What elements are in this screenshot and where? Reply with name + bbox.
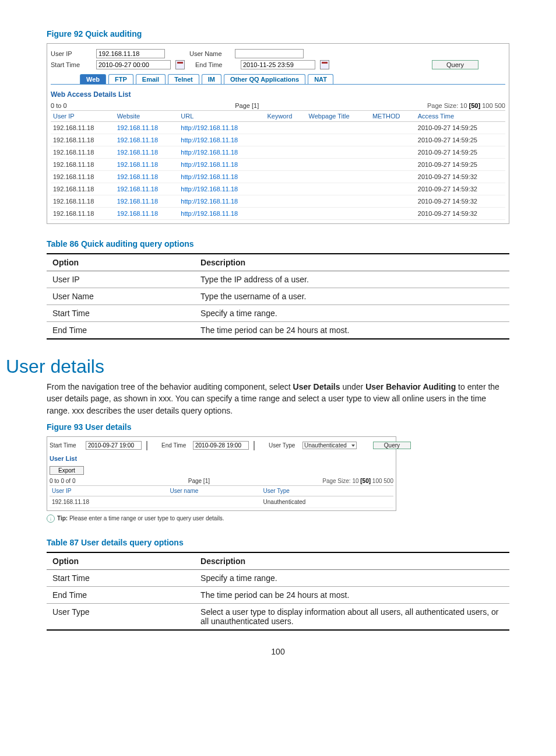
calendar-icon[interactable] <box>175 60 185 69</box>
table-cell <box>265 183 306 195</box>
page-size-option[interactable]: [50] <box>359 478 371 484</box>
table-cell: 192.168.11.18 <box>51 159 115 171</box>
table-cell: http://192.168.11.18 <box>178 159 265 171</box>
end-time-input-93[interactable] <box>193 441 249 450</box>
table-row: 192.168.11.18Unauthenticated <box>50 496 393 508</box>
table-87-header-option: Option <box>47 552 195 570</box>
option-cell: End Time <box>47 586 195 603</box>
desc-cell: Specify a time range. <box>195 569 509 586</box>
table-cell: 2010-09-27 14:59:25 <box>416 134 505 146</box>
table-cell: 192.168.11.18 <box>115 159 179 171</box>
tab-email[interactable]: Email <box>136 74 166 84</box>
tabs-row: WebFTPEmailTelnetIMOther QQ Applications… <box>51 74 505 85</box>
table-cell <box>307 171 370 183</box>
table-cell <box>265 134 306 146</box>
page-size-option[interactable]: 500 <box>382 478 393 484</box>
table-cell <box>265 208 306 220</box>
table-cell <box>307 146 370 159</box>
table-cell: 2010-09-27 14:59:25 <box>416 146 505 159</box>
table-row: 192.168.11.18192.168.11.18http://192.168… <box>51 208 505 220</box>
table-87-caption: Table 87 User details query options <box>47 538 509 547</box>
calendar-icon[interactable] <box>254 441 255 450</box>
table-86: Option Description User IPType the IP ad… <box>47 253 509 340</box>
figure-92-caption: Figure 92 Quick auditing <box>47 29 509 38</box>
end-time-input[interactable] <box>241 60 315 69</box>
table-cell: http://192.168.11.18 <box>178 122 265 134</box>
page-text-93: Page [1] <box>188 478 210 484</box>
page-size-option[interactable]: [50] <box>467 102 481 109</box>
desc-cell: The time period can be 24 hours at most. <box>195 322 509 340</box>
table-cell: 2010-09-27 14:59:32 <box>416 171 505 183</box>
page-size-option[interactable]: 10 <box>352 478 358 484</box>
web-access-table: User IPWebsiteURLKeywordWebpage TitleMET… <box>51 111 505 220</box>
table-cell: 192.168.11.18 <box>51 122 115 134</box>
table-cell: 192.168.11.18 <box>51 146 115 159</box>
start-time-input[interactable] <box>96 60 171 69</box>
table-cell: http://192.168.11.18 <box>178 171 265 183</box>
table-cell <box>167 496 261 508</box>
table-cell: 2010-09-27 14:59:32 <box>416 195 505 208</box>
table-cell: 192.168.11.18 <box>115 195 179 208</box>
table-cell: 192.168.11.18 <box>115 171 179 183</box>
user-type-select[interactable]: Unauthenticated <box>302 442 357 449</box>
option-cell: User Type <box>47 603 195 630</box>
table-cell <box>370 159 416 171</box>
page-number: 100 <box>47 647 509 656</box>
user-details-heading: User details <box>6 356 509 377</box>
page-size-option[interactable]: 100 <box>480 102 492 109</box>
table-row: 192.168.11.18192.168.11.18http://192.168… <box>51 171 505 183</box>
start-time-input-93[interactable] <box>86 441 142 450</box>
table-cell <box>265 159 306 171</box>
para-text: under <box>340 382 366 391</box>
calendar-icon[interactable] <box>320 60 329 69</box>
query-button-93[interactable]: Query <box>373 442 411 449</box>
table-row: 192.168.11.18192.168.11.18http://192.168… <box>51 183 505 195</box>
table-row: Start TimeSpecify a time range. <box>47 569 509 586</box>
tab-ftp[interactable]: FTP <box>108 74 133 84</box>
table-cell: http://192.168.11.18 <box>178 146 265 159</box>
query-button[interactable]: Query <box>432 60 478 69</box>
tip-text: Please enter a time range or user type t… <box>68 515 224 522</box>
user-type-value: Unauthenticated <box>304 442 347 449</box>
page-size-label: Page Size: <box>427 102 458 109</box>
user-ip-input[interactable] <box>96 49 165 58</box>
table-row: User NameType the username of a user. <box>47 288 509 305</box>
option-cell: Start Time <box>47 569 195 586</box>
table-cell <box>307 183 370 195</box>
para-text: From the navigation tree of the behavior… <box>47 382 293 391</box>
table-cell <box>370 146 416 159</box>
para-bold: User Behavior Auditing <box>365 382 456 391</box>
page-size-option[interactable]: 100 <box>371 478 382 484</box>
table-row: User IPType the IP address of a user. <box>47 271 509 288</box>
export-button[interactable]: Export <box>50 466 84 475</box>
tab-telnet[interactable]: Telnet <box>168 74 199 84</box>
table-cell <box>307 134 370 146</box>
table-cell: 2010-09-27 14:59:25 <box>416 159 505 171</box>
table-cell <box>370 183 416 195</box>
user-name-input[interactable] <box>235 49 304 58</box>
page-size-block-93: Page Size: 10 [50] 100 500 <box>322 478 393 484</box>
option-cell: Start Time <box>47 305 195 322</box>
table-cell: Unauthenticated <box>261 496 393 508</box>
table-cell: 2010-09-27 14:59:25 <box>416 122 505 134</box>
page-size-option[interactable]: 10 <box>460 102 467 109</box>
calendar-icon[interactable] <box>146 441 147 450</box>
column-header: User IP <box>50 486 167 496</box>
user-ip-label: User IP <box>51 50 93 57</box>
table-cell <box>370 122 416 134</box>
table-cell <box>307 122 370 134</box>
table-cell <box>265 171 306 183</box>
user-list-title: User List <box>50 455 393 462</box>
tab-im[interactable]: IM <box>202 74 221 84</box>
column-header: Access Time <box>416 111 505 122</box>
desc-cell: Select a user type to display informatio… <box>195 603 509 630</box>
table-87-header-desc: Description <box>195 552 509 570</box>
table-row: Start TimeSpecify a time range. <box>47 305 509 322</box>
table-cell: 192.168.11.18 <box>115 146 179 159</box>
tab-web[interactable]: Web <box>80 74 106 84</box>
page-size-label-93: Page Size: <box>322 478 350 484</box>
tab-nat[interactable]: NAT <box>308 74 333 84</box>
figure-93-screenshot: Start Time End Time User Type Unauthenti… <box>47 436 396 511</box>
tab-other-qq-applications[interactable]: Other QQ Applications <box>224 74 305 84</box>
page-size-option[interactable]: 500 <box>493 102 505 109</box>
